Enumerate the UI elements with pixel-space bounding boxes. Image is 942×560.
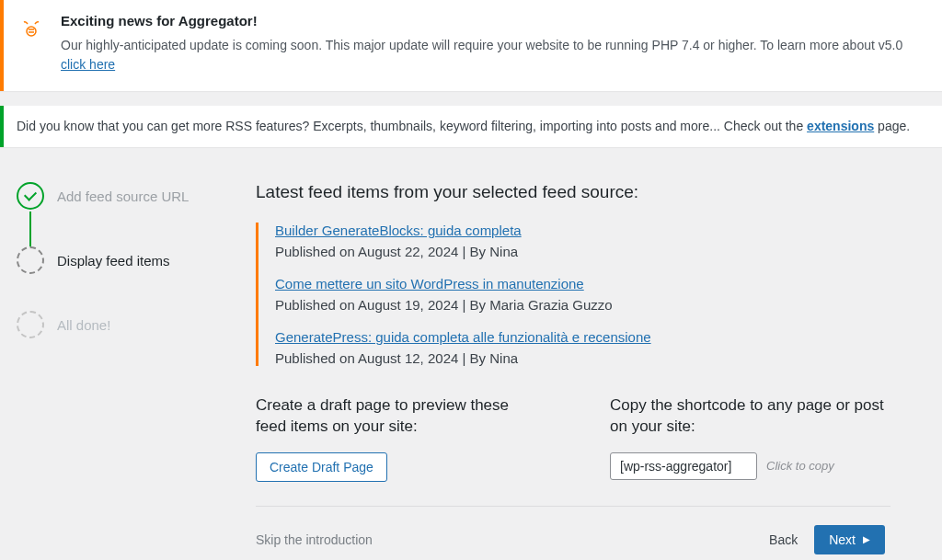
step-done-icon (17, 182, 44, 210)
step-label: Display feed items (57, 253, 170, 269)
feed-item-title-link[interactable]: GeneratePress: guida completa alle funzi… (275, 329, 651, 345)
notice-text: Our highly-anticipated update is coming … (61, 38, 902, 72)
feed-item: Come mettere un sito WordPress in manute… (275, 276, 890, 313)
step-active-icon (17, 246, 44, 274)
draft-heading: Create a draft page to preview these fee… (256, 395, 536, 438)
feed-item: Builder GenerateBlocks: guida completa P… (275, 223, 890, 259)
onboarding-container: Add feed source URL Display feed items A… (0, 162, 942, 554)
notice-learn-more-link[interactable]: click here (61, 57, 115, 72)
divider (256, 506, 890, 507)
step-add-feed-source: Add feed source URL (17, 182, 228, 210)
bee-icon (20, 18, 42, 40)
back-button[interactable]: Back (769, 532, 798, 547)
step-upcoming-icon (17, 311, 44, 338)
draft-column: Create a draft page to preview these fee… (256, 395, 536, 482)
extensions-link[interactable]: extensions (807, 119, 874, 133)
notice-aggregator-update: Exciting news for Aggregator! Our highly… (0, 0, 942, 91)
step-all-done: All done! (17, 311, 228, 338)
footer-buttons: Back Next ▶ (769, 525, 885, 554)
feed-item: GeneratePress: guida completa alle funzi… (275, 329, 890, 366)
next-button-label: Next (829, 532, 856, 547)
svg-point-0 (27, 27, 36, 36)
notice-extensions-text: Did you know that you can get more RSS f… (17, 119, 910, 133)
main-panel: Latest feed items from your selected fee… (256, 182, 925, 554)
feed-item-meta: Published on August 12, 2024 | By Nina (275, 350, 890, 366)
copy-hint[interactable]: Click to copy (766, 459, 834, 473)
feed-item-title-link[interactable]: Come mettere un sito WordPress in manute… (275, 276, 584, 291)
skip-intro-link[interactable]: Skip the introduction (256, 532, 373, 547)
feed-item-meta: Published on August 19, 2024 | By Maria … (275, 297, 890, 313)
step-connector (29, 211, 31, 248)
notice-extensions: Did you know that you can get more RSS f… (0, 106, 942, 147)
feed-item-meta: Published on August 22, 2024 | By Nina (275, 244, 890, 259)
step-label: All done! (57, 317, 110, 333)
create-draft-button[interactable]: Create Draft Page (256, 452, 387, 482)
shortcode-input[interactable] (610, 452, 757, 480)
feed-list: Builder GenerateBlocks: guida completa P… (256, 223, 890, 366)
shortcode-wrap: Click to copy (610, 452, 890, 480)
step-label: Add feed source URL (57, 189, 189, 204)
next-button[interactable]: Next ▶ (814, 525, 885, 554)
notice-heading: Exciting news for Aggregator! (61, 13, 925, 29)
step-display-feed-items: Display feed items (17, 246, 228, 274)
footer-row: Skip the introduction Back Next ▶ (256, 525, 890, 554)
chevron-right-icon: ▶ (863, 534, 870, 544)
panel-heading: Latest feed items from your selected fee… (256, 182, 890, 202)
steps-sidebar: Add feed source URL Display feed items A… (17, 182, 228, 554)
shortcode-heading: Copy the shortcode to any page or post o… (610, 395, 890, 438)
notice-body: Exciting news for Aggregator! Our highly… (61, 13, 925, 74)
action-row: Create a draft page to preview these fee… (256, 395, 890, 482)
shortcode-column: Copy the shortcode to any page or post o… (610, 395, 890, 482)
feed-item-title-link[interactable]: Builder GenerateBlocks: guida completa (275, 223, 522, 238)
